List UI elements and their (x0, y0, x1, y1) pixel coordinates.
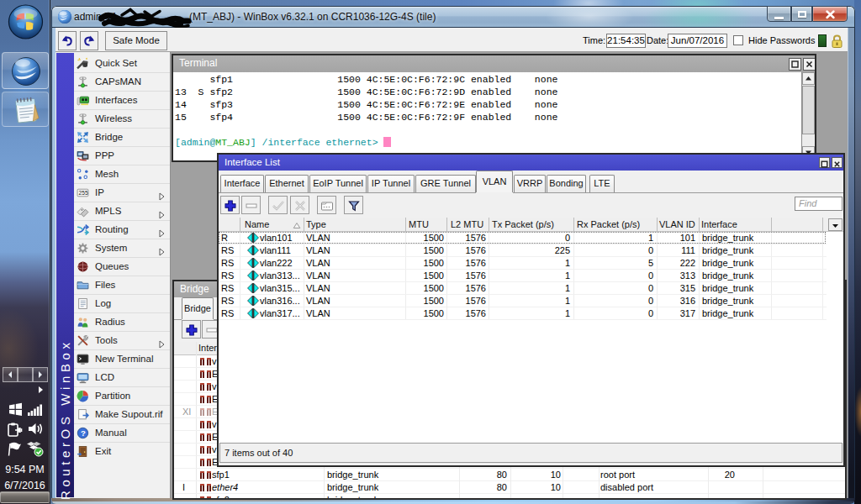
svg-text:?: ? (81, 428, 86, 438)
svg-text:255: 255 (79, 190, 88, 196)
